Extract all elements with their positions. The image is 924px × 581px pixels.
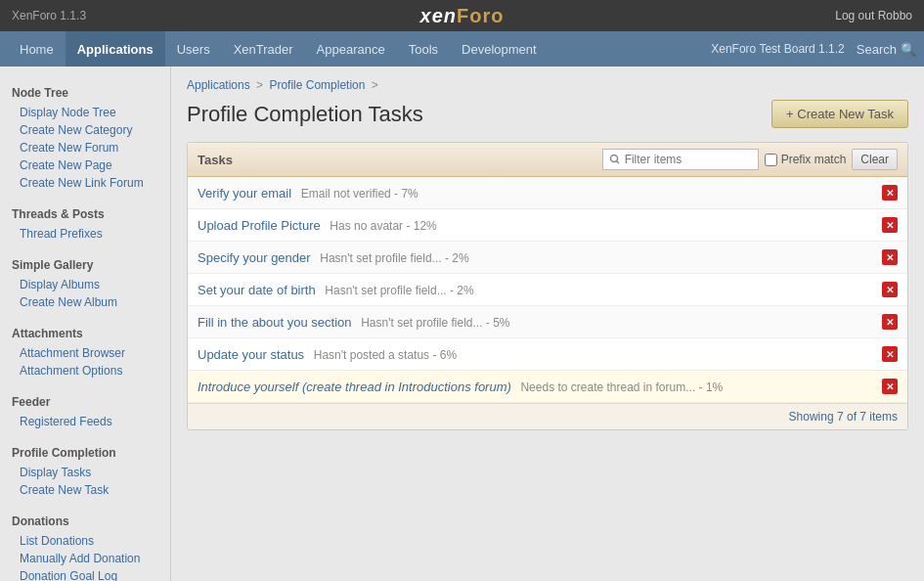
nav-items: Home Applications Users XenTrader Appear… — [8, 31, 549, 67]
section-feeder: Feeder — [0, 387, 170, 413]
sidebar-attachment-options[interactable]: Attachment Options — [0, 362, 170, 380]
task-cell: Update your status Hasn't posted a statu… — [198, 347, 457, 362]
task-link[interactable]: Verify your email — [198, 186, 291, 201]
main-content: Applications > Profile Completion > Prof… — [171, 67, 924, 581]
tasks-table: Tasks Prefix match Clear Verify your ema… — [187, 142, 908, 430]
sidebar-manually-add-donation[interactable]: Manually Add Donation — [0, 550, 170, 567]
section-threads-posts: Threads & Posts — [0, 200, 170, 225]
prefix-match-text: Prefix match — [781, 153, 847, 166]
table-row: Upload Profile Picture Has no avatar - 1… — [188, 209, 907, 242]
task-desc: Needs to create thread in forum... - 1% — [520, 380, 723, 394]
showing-count: Showing 7 of 7 items — [789, 410, 898, 424]
breadcrumb: Applications > Profile Completion > — [187, 78, 908, 92]
task-desc: Has no avatar - 12% — [330, 219, 436, 233]
task-link[interactable]: Specify your gender — [198, 250, 311, 265]
task-link[interactable]: Update your status — [198, 347, 304, 362]
filter-input[interactable] — [602, 149, 759, 170]
sidebar-list-donations[interactable]: List Donations — [0, 532, 170, 550]
page-title: Profile Completion Tasks — [187, 102, 423, 127]
sidebar-create-new-category[interactable]: Create New Category — [0, 121, 170, 139]
task-desc: Hasn't set profile field... - 2% — [320, 251, 468, 265]
logo: xenForo — [420, 5, 505, 27]
nav-development[interactable]: Development — [450, 31, 549, 67]
table-row: Update your status Hasn't posted a statu… — [188, 338, 907, 371]
task-link[interactable]: Fill in the about you section — [198, 315, 352, 330]
main-layout: Node Tree Display Node Tree Create New C… — [0, 67, 924, 581]
table-row: Specify your gender Hasn't set profile f… — [188, 242, 907, 274]
section-attachments: Attachments — [0, 319, 170, 344]
task-delete-1[interactable] — [882, 217, 898, 233]
table-row: Verify your email Email not verified - 7… — [188, 177, 907, 209]
sidebar-create-new-forum[interactable]: Create New Forum — [0, 139, 170, 156]
nav-applications[interactable]: Applications — [66, 31, 165, 67]
prefix-match-label: Prefix match — [765, 153, 847, 166]
tasks-footer: Showing 7 of 7 items — [188, 403, 907, 429]
task-cell: Fill in the about you section Hasn't set… — [198, 315, 510, 330]
task-link[interactable]: Upload Profile Picture — [198, 218, 321, 233]
page-title-row: Profile Completion Tasks + Create New Ta… — [187, 100, 908, 128]
task-cell: Introduce yourself (create thread in Int… — [198, 380, 723, 394]
task-delete-6[interactable] — [882, 379, 898, 394]
sidebar-thread-prefixes[interactable]: Thread Prefixes — [0, 225, 170, 243]
task-desc: Email not verified - 7% — [301, 187, 418, 201]
sidebar-registered-feeds[interactable]: Registered Feeds — [0, 413, 170, 430]
search-control[interactable]: Search 🔍 — [857, 42, 916, 57]
table-row: Introduce yourself (create thread in Int… — [188, 371, 907, 403]
tasks-header-controls: Prefix match Clear — [602, 149, 898, 170]
sidebar-create-new-link-forum[interactable]: Create New Link Forum — [0, 174, 170, 192]
nav-bar: Home Applications Users XenTrader Appear… — [0, 31, 924, 67]
sidebar-create-new-page[interactable]: Create New Page — [0, 156, 170, 174]
task-delete-4[interactable] — [882, 314, 898, 330]
task-cell: Set your date of birth Hasn't set profil… — [198, 283, 474, 297]
sidebar-display-albums[interactable]: Display Albums — [0, 276, 170, 293]
section-node-tree: Node Tree — [0, 78, 170, 104]
sidebar-donation-goal-log[interactable]: Donation Goal Log — [0, 567, 170, 581]
top-bar: XenForo 1.1.3 xenForo Log out Robbo — [0, 0, 924, 31]
nav-xentrader[interactable]: XenTrader — [222, 31, 305, 67]
clear-button[interactable]: Clear — [852, 149, 898, 170]
version-label: XenForo 1.1.3 — [12, 9, 86, 22]
sidebar-create-new-album[interactable]: Create New Album — [0, 293, 170, 311]
tasks-table-header: Tasks Prefix match Clear — [188, 143, 907, 177]
sidebar-create-new-task[interactable]: Create New Task — [0, 481, 170, 499]
task-delete-3[interactable] — [882, 282, 898, 297]
tasks-label: Tasks — [198, 153, 233, 167]
section-simple-gallery: Simple Gallery — [0, 250, 170, 276]
search-icon: 🔍 — [901, 42, 916, 57]
sidebar: Node Tree Display Node Tree Create New C… — [0, 67, 171, 581]
breadcrumb-sep-1: > — [256, 78, 266, 92]
nav-tools[interactable]: Tools — [397, 31, 450, 67]
sidebar-display-node-tree[interactable]: Display Node Tree — [0, 104, 170, 121]
task-delete-2[interactable] — [882, 249, 898, 265]
breadcrumb-applications[interactable]: Applications — [187, 78, 250, 92]
task-link[interactable]: Set your date of birth — [198, 283, 316, 297]
table-row: Fill in the about you section Hasn't set… — [188, 306, 907, 338]
task-link[interactable]: Introduce yourself (create thread in Int… — [198, 380, 511, 394]
task-desc: Hasn't posted a status - 6% — [314, 348, 457, 362]
breadcrumb-profile-completion[interactable]: Profile Completion — [269, 78, 365, 92]
logout-link[interactable]: Log out Robbo — [835, 9, 912, 22]
task-cell: Upload Profile Picture Has no avatar - 1… — [198, 218, 437, 233]
task-delete-0[interactable] — [882, 185, 898, 201]
nav-right: XenForo Test Board 1.1.2 Search 🔍 — [711, 42, 916, 57]
sidebar-attachment-browser[interactable]: Attachment Browser — [0, 344, 170, 362]
prefix-match-checkbox[interactable] — [765, 154, 777, 166]
table-row: Set your date of birth Hasn't set profil… — [188, 274, 907, 306]
board-label: XenForo Test Board 1.1.2 — [711, 42, 845, 56]
task-cell: Verify your email Email not verified - 7… — [198, 186, 418, 201]
nav-appearance[interactable]: Appearance — [305, 31, 397, 67]
task-desc: Hasn't set profile field... - 2% — [325, 284, 473, 297]
task-desc: Hasn't set profile field... - 5% — [361, 316, 509, 330]
task-cell: Specify your gender Hasn't set profile f… — [198, 250, 469, 265]
create-task-button[interactable]: + Create New Task — [771, 100, 908, 128]
logo-text: xenForo — [420, 5, 505, 26]
section-donations: Donations — [0, 507, 170, 532]
sidebar-display-tasks[interactable]: Display Tasks — [0, 464, 170, 481]
nav-users[interactable]: Users — [165, 31, 222, 67]
section-profile-completion: Profile Completion — [0, 438, 170, 464]
search-label: Search — [857, 42, 897, 57]
nav-home[interactable]: Home — [8, 31, 66, 67]
breadcrumb-sep-2: > — [372, 78, 378, 92]
task-delete-5[interactable] — [882, 346, 898, 362]
